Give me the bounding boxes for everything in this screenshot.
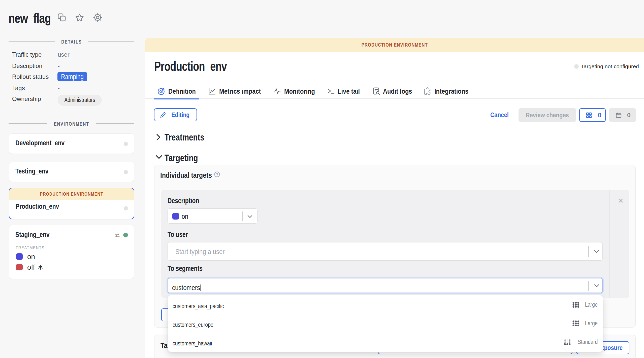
svg-text:?: ?: [216, 172, 218, 176]
